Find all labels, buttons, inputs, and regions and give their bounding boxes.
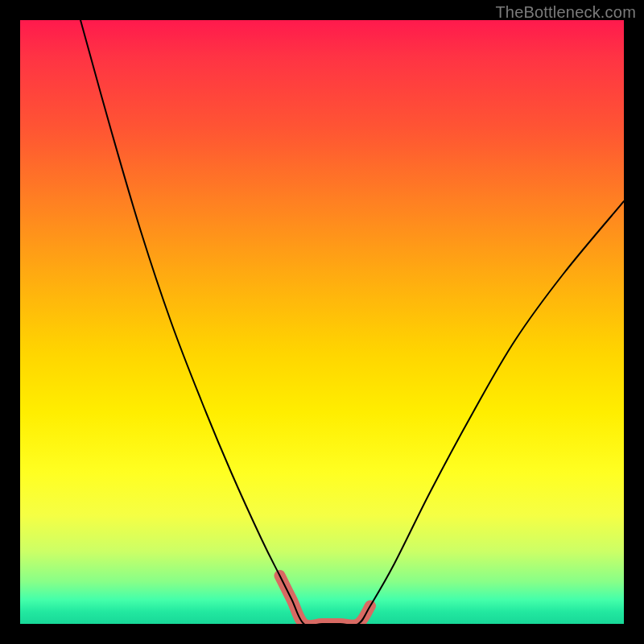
watermark-text: TheBottleneck.com — [495, 3, 636, 22]
plot-area — [20, 20, 624, 624]
bottleneck-curve — [80, 20, 624, 624]
chart-svg — [20, 20, 624, 624]
chart-frame: TheBottleneck.com — [0, 0, 644, 644]
highlight-curve — [280, 576, 371, 624]
